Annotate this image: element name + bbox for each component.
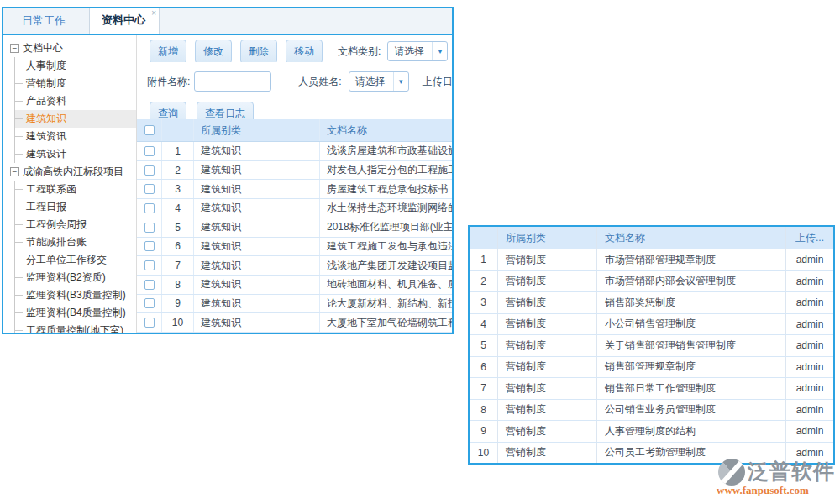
table-row[interactable]: 4 建筑知识 水土保持生态环境监测网络的建设与资... bbox=[137, 199, 452, 218]
row-checkbox[interactable] bbox=[144, 146, 155, 156]
tree-item-construction-news[interactable]: 建筑资讯 bbox=[15, 128, 136, 145]
table-row[interactable]: 3 建筑知识 房屋建筑工程总承包投标书（技术标）... bbox=[137, 180, 452, 199]
header-doc-name: 文档名称 bbox=[597, 227, 786, 249]
document-tree: − 文档中心 人事制度 营销制度 产品资料 建筑知识 建筑资讯 建筑设计 − 成… bbox=[3, 35, 137, 333]
brand-name: 泛普软件 bbox=[748, 458, 835, 486]
table-row[interactable]: 6 营销制度 销售部管理规章制度 admin bbox=[470, 357, 833, 379]
fanpu-logo-icon bbox=[718, 459, 745, 486]
tab-daily-work[interactable]: 日常工作 bbox=[17, 8, 71, 34]
row-checkbox[interactable] bbox=[144, 280, 155, 290]
tree-item-supervision-b4[interactable]: 监理资料(B4质量控制) bbox=[15, 304, 136, 322]
row-checkbox[interactable] bbox=[144, 165, 155, 176]
row-checkbox[interactable] bbox=[144, 260, 155, 270]
tree-item-weekly-meeting[interactable]: 工程例会周报 bbox=[15, 216, 136, 234]
tree-item-work-handover[interactable]: 分工单位工作移交 bbox=[15, 251, 136, 269]
header-doc-name: 文档名称 bbox=[320, 123, 452, 138]
marketing-documents-panel: 所属别类 文档名称 上传... 1 营销制度 市场营销部管理规章制度 admin… bbox=[468, 225, 835, 465]
row-checkbox[interactable] bbox=[144, 184, 155, 194]
tree-item-product-data[interactable]: 产品资料 bbox=[15, 92, 136, 110]
table-row[interactable]: 8 建筑知识 地砖地面材料、机具准备、质量要求及... bbox=[137, 276, 452, 295]
table-row[interactable]: 9 营销制度 人事管理制度的结构 admin bbox=[470, 421, 833, 443]
tree-group-document-center: 人事制度 营销制度 产品资料 建筑知识 建筑资讯 建筑设计 bbox=[14, 57, 136, 163]
filter-row: 附件名称: 人员姓名: 请选择 ▼ 上传日期: bbox=[137, 71, 452, 92]
fanpu-watermark: 泛普软件 www.fanpusoft.com bbox=[690, 458, 835, 497]
row-checkbox[interactable] bbox=[144, 241, 155, 251]
person-name-label: 人员姓名: bbox=[298, 75, 341, 89]
row-checkbox[interactable] bbox=[144, 223, 155, 233]
tree-item-chengyu-project[interactable]: − 成渝高铁内江标段项目 bbox=[10, 163, 136, 181]
table-row[interactable]: 7 营销制度 销售部日常工作管理制度 admin bbox=[470, 378, 833, 400]
toolbar-row: 新增 修改 删除 移动 文档类别: 请选择 ▼ 文档名称: bbox=[137, 40, 452, 62]
tree-group-chengyu-project: 工程联系函 工程日报 工程例会周报 节能减排台账 分工单位工作移交 监理资料(B… bbox=[14, 181, 136, 333]
upload-date-label-clipped: 上传日期: bbox=[423, 75, 452, 89]
row-checkbox[interactable] bbox=[144, 318, 155, 328]
document-table-header: 所属别类 文档名称 bbox=[137, 119, 452, 142]
table-row[interactable]: 5 建筑知识 2018标准化监理项目部(业主项目部)人员... bbox=[137, 218, 452, 238]
tab-bar: 日常工作 资料中心 × bbox=[3, 8, 452, 35]
table-row[interactable]: 8 营销制度 公司销售业务员管理制度 admin bbox=[470, 400, 833, 422]
table-row[interactable]: 5 营销制度 关于销售部管理销售管理制度 admin bbox=[470, 335, 833, 357]
person-name-select[interactable]: 请选择 ▼ bbox=[349, 71, 409, 92]
tree-item-document-center[interactable]: − 文档中心 bbox=[10, 39, 136, 57]
chevron-down-icon: ▼ bbox=[393, 72, 408, 91]
table-row[interactable]: 2 建筑知识 对发包人指定分包的工程施工进度安排... bbox=[137, 161, 452, 181]
attachment-name-label: 附件名称: bbox=[147, 75, 190, 89]
row-checkbox[interactable] bbox=[144, 203, 155, 213]
close-icon[interactable]: × bbox=[151, 8, 156, 18]
table-row[interactable]: 9 建筑知识 论大厦新材料、新结构、新技术，新工... bbox=[137, 295, 452, 314]
tab-data-center-label: 资料中心 bbox=[102, 13, 145, 26]
table-row[interactable]: 7 建筑知识 浅谈地产集团开发建设项目监理规划编... bbox=[137, 256, 452, 276]
tree-item-project-letter[interactable]: 工程联系函 bbox=[15, 181, 136, 198]
select-all-checkbox[interactable] bbox=[144, 125, 155, 135]
tree-item-construction-design[interactable]: 建筑设计 bbox=[15, 145, 136, 163]
tree-item-project-daily[interactable]: 工程日报 bbox=[15, 198, 136, 216]
tab-data-center[interactable]: 资料中心 × bbox=[89, 7, 160, 34]
brand-url: www.fanpusoft.com bbox=[690, 484, 835, 497]
table-row[interactable]: 1 营销制度 市场营销部管理规章制度 admin bbox=[470, 249, 833, 271]
header-category: 所属别类 bbox=[498, 227, 597, 249]
document-table: 所属别类 文档名称 1 建筑知识 浅谈房屋建筑和市政基础设施工程施工... 2 … bbox=[137, 119, 452, 333]
chevron-down-icon: ▼ bbox=[432, 42, 447, 60]
edit-button[interactable]: 修改 bbox=[195, 40, 232, 62]
attachment-name-input[interactable] bbox=[194, 71, 271, 92]
collapse-icon[interactable]: − bbox=[10, 44, 19, 53]
header-uploader: 上传... bbox=[786, 231, 833, 245]
table-row[interactable]: 3 营销制度 销售部奖惩制度 admin bbox=[470, 292, 833, 314]
document-center-window: 日常工作 资料中心 × − 文档中心 人事制度 营销制度 产品资料 建筑知识 建… bbox=[2, 7, 454, 334]
table-row[interactable]: 1 建筑知识 浅谈房屋建筑和市政基础设施工程施工... bbox=[137, 142, 452, 161]
doc-type-label: 文档类别: bbox=[338, 45, 381, 59]
table-row[interactable]: 10 建筑知识 大厦地下室加气砼墙砌筑工程的施工方... bbox=[137, 313, 452, 333]
add-button[interactable]: 新增 bbox=[150, 40, 186, 62]
doc-type-select[interactable]: 请选择 ▼ bbox=[387, 41, 448, 61]
table-row[interactable]: 6 建筑知识 建筑工程施工发包与承包违法行为认定... bbox=[137, 238, 452, 257]
tree-item-quality-basement[interactable]: 工程质量控制(地下室) bbox=[15, 322, 136, 333]
table-row[interactable]: 2 营销制度 市场营销部内部会议管理制度 admin bbox=[470, 271, 833, 293]
tree-item-supervision-b2[interactable]: 监理资料(B2资质) bbox=[15, 269, 136, 286]
delete-button[interactable]: 删除 bbox=[240, 40, 277, 62]
row-checkbox[interactable] bbox=[144, 298, 155, 308]
header-category: 所属别类 bbox=[194, 119, 320, 141]
document-list-pane: 新增 修改 删除 移动 文档类别: 请选择 ▼ 文档名称: 附件名称: 人员姓名… bbox=[137, 35, 452, 333]
tree-item-energy-ledger[interactable]: 节能减排台账 bbox=[15, 234, 136, 251]
tree-item-construction-knowledge[interactable]: 建筑知识 bbox=[15, 110, 136, 128]
tree-item-supervision-b3[interactable]: 监理资料(B3质量控制) bbox=[15, 286, 136, 304]
tree-item-hr-policy[interactable]: 人事制度 bbox=[15, 57, 136, 75]
tree-item-marketing-policy[interactable]: 营销制度 bbox=[15, 75, 136, 92]
move-button[interactable]: 移动 bbox=[286, 40, 323, 62]
collapse-icon[interactable]: − bbox=[10, 167, 19, 176]
panel-table-header: 所属别类 文档名称 上传... bbox=[470, 227, 833, 249]
table-row[interactable]: 4 营销制度 小公司销售管理制度 admin bbox=[470, 314, 833, 336]
